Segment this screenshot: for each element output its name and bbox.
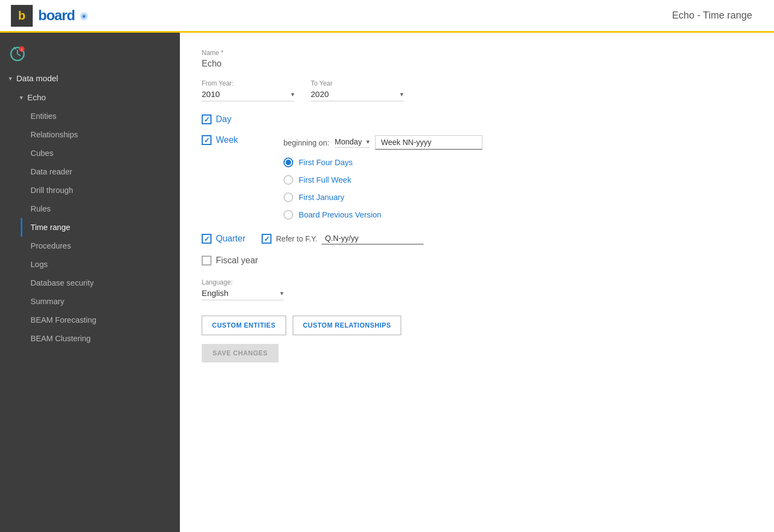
board-icon — [79, 11, 89, 21]
week-right: beginning on: Monday Sunday Tuesday ▾ — [273, 135, 752, 220]
sidebar-item-time-range[interactable]: Time range — [0, 218, 180, 237]
day-option-row: Day — [202, 114, 752, 124]
radio-first-four-days[interactable]: First Four Days — [283, 158, 752, 167]
alarm-icon[interactable]: ! — [9, 45, 26, 62]
sidebar-item-cubes[interactable]: Cubes — [0, 144, 180, 162]
refer-fy-row: Refer to F.Y. — [262, 233, 424, 245]
radio-options: First Four Days First Full Week First Ja… — [283, 158, 752, 220]
logo-area: b board — [11, 5, 191, 27]
sidebar-item-entities[interactable]: Entities — [0, 107, 180, 125]
day-checkbox[interactable] — [202, 114, 211, 124]
sidebar-item-procedures[interactable]: Procedures — [0, 237, 180, 255]
main-layout: ! ▾ Data model ▾ Echo Entities Relations… — [0, 33, 774, 532]
week-format-input[interactable] — [375, 135, 482, 150]
quarter-row: Quarter Refer to F.Y. — [202, 233, 752, 245]
sidebar-data-model-label: Data model — [16, 74, 58, 83]
radio-board-previous[interactable]: Board Previous Version — [283, 210, 752, 220]
to-year-field: To Year 2020 2021 2022 ▾ — [311, 80, 403, 101]
language-row: Language: English French German Spanish … — [202, 279, 752, 300]
app-icon[interactable]: b — [11, 5, 33, 27]
svg-point-2 — [83, 15, 85, 17]
sidebar-procedures-label: Procedures — [31, 241, 71, 250]
sidebar-item-beam-forecasting[interactable]: BEAM Forecasting — [0, 311, 180, 329]
svg-line-5 — [17, 54, 20, 56]
from-year-label: From Year: — [202, 80, 294, 87]
quarter-checkbox[interactable] — [202, 234, 211, 244]
week-label: Week — [216, 135, 238, 145]
chevron-down-icon: ▾ — [20, 94, 23, 101]
from-year-dropdown-arrow: ▾ — [291, 90, 294, 98]
sidebar-time-range-label: Time range — [31, 223, 70, 232]
radio-first-four-days-label: First Four Days — [299, 158, 353, 167]
week-left: Week — [202, 135, 273, 145]
logo-blue: d — [66, 7, 75, 23]
svg-text:!: ! — [21, 48, 22, 52]
beginning-on-select[interactable]: Monday Sunday Tuesday — [335, 137, 364, 146]
quarter-label: Quarter — [216, 234, 245, 244]
custom-relationships-button[interactable]: CUSTOM RELATIONSHIPS — [293, 316, 402, 335]
fiscal-year-checkbox-wrap[interactable]: Fiscal year — [202, 256, 258, 265]
name-input[interactable] — [202, 59, 365, 69]
fiscal-year-option-row: Fiscal year — [202, 256, 752, 265]
from-year-select[interactable]: 2010 2011 2012 — [202, 89, 289, 99]
to-year-select[interactable]: 2020 2021 2022 — [311, 89, 398, 99]
refer-fy-label: Refer to F.Y. — [276, 234, 317, 243]
fy-format-input[interactable] — [322, 233, 424, 245]
quarter-checkbox-wrap[interactable]: Quarter — [202, 234, 245, 244]
sidebar-item-echo[interactable]: ▾ Echo — [0, 88, 180, 107]
sidebar-item-rules[interactable]: Rules — [0, 200, 180, 218]
fiscal-year-label: Fiscal year — [216, 256, 258, 265]
fiscal-year-checkbox[interactable] — [202, 256, 211, 265]
language-select-wrap: English French German Spanish ▾ — [202, 288, 283, 300]
beginning-select-wrap: Monday Sunday Tuesday ▾ — [335, 137, 370, 148]
sidebar-rules-label: Rules — [31, 204, 51, 213]
to-year-dropdown-arrow: ▾ — [400, 90, 403, 98]
radio-first-full-week[interactable]: First Full Week — [283, 175, 752, 185]
sidebar-echo-label: Echo — [27, 93, 46, 102]
name-label: Name * — [202, 49, 752, 57]
sidebar-beam-clustering-label: BEAM Clustering — [31, 334, 90, 343]
save-changes-button[interactable]: SAVE CHANGES — [202, 344, 279, 362]
from-year-select-wrap: 2010 2011 2012 ▾ — [202, 89, 294, 101]
sidebar-data-reader-label: Data reader — [31, 167, 72, 176]
sidebar-summary-label: Summary — [31, 297, 64, 306]
refer-fy-checkbox[interactable] — [262, 234, 271, 244]
radio-first-january[interactable]: First January — [283, 192, 752, 202]
to-year-select-wrap: 2020 2021 2022 ▾ — [311, 89, 403, 101]
radio-first-january-button[interactable] — [283, 192, 293, 202]
chevron-down-icon: ▾ — [9, 75, 12, 82]
from-year-field: From Year: 2010 2011 2012 ▾ — [202, 80, 294, 101]
sidebar-logs-label: Logs — [31, 260, 47, 269]
week-checkbox[interactable] — [202, 135, 211, 145]
sidebar-item-data-reader[interactable]: Data reader — [0, 162, 180, 181]
sidebar-entities-label: Entities — [31, 112, 57, 120]
sidebar-cubes-label: Cubes — [31, 149, 53, 158]
week-checkbox-wrap[interactable]: Week — [202, 135, 238, 145]
radio-board-previous-button[interactable] — [283, 210, 293, 220]
sidebar-item-data-model[interactable]: ▾ Data model — [0, 69, 180, 88]
sidebar-item-drill-through[interactable]: Drill through — [0, 181, 180, 200]
content-area: Name * From Year: 2010 2011 2012 ▾ To Ye… — [180, 33, 774, 532]
page-title: Echo - Time range — [191, 10, 763, 21]
radio-first-full-week-label: First Full Week — [299, 176, 351, 184]
language-label: Language: — [202, 279, 752, 286]
sidebar-item-logs[interactable]: Logs — [0, 255, 180, 274]
language-select[interactable]: English French German Spanish — [202, 288, 278, 298]
sidebar-item-beam-clustering[interactable]: BEAM Clustering — [0, 329, 180, 348]
logo-red: boar — [38, 7, 66, 23]
radio-first-full-week-button[interactable] — [283, 175, 293, 185]
app-icon-letter: b — [18, 9, 25, 23]
custom-entities-button[interactable]: CUSTOM ENTITIES — [202, 316, 286, 335]
custom-buttons-row: CUSTOM ENTITIES CUSTOM RELATIONSHIPS — [202, 316, 752, 335]
alarm-svg: ! — [9, 45, 26, 62]
radio-first-january-label: First January — [299, 193, 344, 202]
sidebar-item-summary[interactable]: Summary — [0, 292, 180, 311]
day-checkbox-wrap[interactable]: Day — [202, 114, 231, 124]
sidebar-database-security-label: Database security — [31, 279, 94, 287]
radio-first-four-days-button[interactable] — [283, 158, 293, 167]
sidebar-relationships-label: Relationships — [31, 130, 78, 139]
sidebar-item-database-security[interactable]: Database security — [0, 274, 180, 292]
sidebar-item-relationships[interactable]: Relationships — [0, 125, 180, 144]
beginning-on-row: beginning on: Monday Sunday Tuesday ▾ — [283, 135, 752, 150]
beginning-dropdown-arrow: ▾ — [366, 138, 370, 146]
